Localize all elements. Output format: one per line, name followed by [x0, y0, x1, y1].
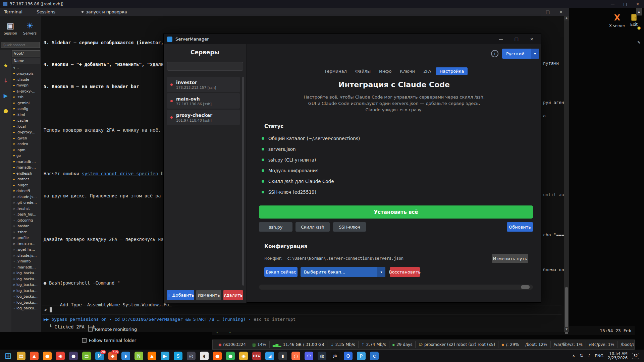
tree-item[interactable]: mariadb-… — [12, 159, 41, 165]
tree-item[interactable]: endlessh — [12, 170, 41, 176]
tab[interactable]: 2FA — [420, 67, 435, 75]
tree-item[interactable]: .ssh — [12, 94, 41, 100]
tree-item[interactable]: .local — [12, 123, 41, 129]
tree-item[interactable]: .cache — [12, 118, 41, 124]
skype[interactable]: S — [173, 351, 183, 361]
tree-item[interactable]: .claude — [12, 76, 41, 82]
vlc[interactable]: ▲ — [147, 351, 157, 361]
green-app[interactable]: ● — [225, 351, 236, 361]
github-desktop[interactable]: ◖ — [199, 351, 210, 361]
tree-item[interactable]: .git-crede… — [12, 200, 41, 206]
obs[interactable]: ◎ — [186, 351, 197, 361]
tree-item[interactable]: .npm — [12, 147, 41, 153]
terminal-app[interactable]: ▮ — [277, 351, 288, 361]
tree-item[interactable]: .qwen — [12, 135, 41, 141]
brave[interactable]: ▲ — [29, 351, 40, 361]
language-select[interactable]: Русский ▾ — [502, 49, 539, 59]
language-indicator[interactable]: ENG — [595, 354, 603, 358]
restore-button[interactable]: Восстановить — [390, 267, 420, 277]
tree-item[interactable]: .mariadb… — [12, 264, 41, 270]
tab-close-icon[interactable]: × — [559, 9, 563, 14]
discord[interactable]: ◠ — [304, 351, 314, 361]
telegram[interactable]: ▶ — [160, 351, 170, 361]
tab-minimize-icon[interactable]: ─ — [534, 9, 536, 14]
server-list-item[interactable]: main-ovh 37.187.136.86 [ssh] — [167, 93, 240, 109]
postman[interactable]: ○ — [290, 351, 301, 361]
tree-item[interactable]: mariadb-… — [12, 165, 41, 171]
tree-item[interactable]: dotnet9 — [12, 188, 41, 194]
minimize-icon[interactable]: — — [499, 37, 503, 42]
info-icon[interactable]: i — [491, 50, 498, 57]
server-manager-titlebar[interactable]: ServerManager — □ × — [164, 34, 541, 44]
tree-item[interactable]: .gemini — [12, 100, 41, 106]
tree-item[interactable]: proxyapis — [12, 71, 41, 77]
tab[interactable]: Терминал — [321, 67, 351, 75]
ssh-key-button[interactable]: SSH-ключ — [333, 222, 366, 232]
tree-item[interactable]: .bashrc — [12, 223, 41, 229]
tab[interactable]: Файлы — [352, 67, 374, 75]
server-list-item[interactable]: proxy-checker 161.97.118.40 [ssh] — [167, 110, 240, 125]
tree-item[interactable]: log_backu… — [12, 270, 41, 276]
server-search-input[interactable] — [167, 62, 243, 71]
tree-item[interactable]: .config — [12, 106, 41, 112]
notification-count[interactable]: 32 — [632, 353, 639, 359]
servers-button[interactable]: ☀ Servers — [21, 16, 39, 40]
firefox-dev[interactable]: ● — [212, 351, 223, 361]
macro-ball-icon[interactable]: ● — [3, 108, 8, 114]
maximize-icon[interactable]: □ — [515, 37, 519, 42]
menu-sessions[interactable]: Sessions — [37, 9, 55, 14]
tab[interactable]: Настройка — [436, 67, 468, 75]
install-all-button[interactable]: Установить всё — [259, 205, 533, 219]
refresh-button[interactable]: Обновить — [507, 222, 533, 232]
menu-terminal[interactable]: Terminal — [4, 9, 22, 14]
htg-app[interactable]: HTG — [251, 351, 262, 361]
tree-item[interactable]: .nuget — [12, 182, 41, 188]
close-icon[interactable]: × — [636, 2, 639, 6]
tree-item[interactable]: log_backu… — [12, 282, 41, 288]
scroll-up-icon[interactable]: ▲ — [564, 16, 569, 20]
tree-item[interactable]: log_backu… — [12, 288, 41, 294]
vscode[interactable]: ◢ — [264, 351, 275, 361]
backup-select[interactable]: Выберите бэкап... ▾ — [301, 267, 385, 277]
tree-item[interactable]: ai-proxy-… — [12, 88, 41, 94]
tree-item[interactable]: .claude.js… — [12, 194, 41, 200]
jetbrains[interactable]: JB — [330, 351, 340, 361]
qbittorrent[interactable]: ◗ — [120, 351, 131, 361]
sshpy-button[interactable]: ssh.py — [259, 222, 292, 232]
network-icon[interactable]: ⇅ — [580, 353, 583, 358]
tree-item[interactable]: .tmux.co… — [12, 241, 41, 247]
tree-item[interactable]: .. — [12, 65, 41, 71]
tree-item[interactable]: log_backu… — [12, 299, 41, 305]
tree-item[interactable]: .wget-hs… — [12, 247, 41, 253]
horizontal-scrollbar[interactable] — [259, 285, 533, 290]
steam[interactable]: ◍ — [317, 351, 327, 361]
notepad-plus-plus[interactable]: N — [133, 351, 144, 361]
chrome[interactable]: ◉ — [55, 351, 66, 361]
tree-item[interactable]: .gitconfig — [12, 217, 41, 223]
tree-item[interactable]: .di-proxy… — [12, 129, 41, 135]
firefox[interactable]: ● — [42, 351, 53, 361]
remote-monitoring-checkbox[interactable]: Remote monitoring — [88, 327, 137, 332]
mobaxterm[interactable]: M 20 — [94, 351, 105, 361]
tree-item[interactable]: .claude.js… — [12, 252, 41, 258]
paint-net[interactable]: P — [356, 351, 367, 361]
close-icon[interactable]: × — [530, 37, 534, 42]
tree-item[interactable]: .viminfo — [12, 258, 41, 264]
quick-access[interactable]: Q — [343, 351, 354, 361]
tor-browser[interactable]: ● — [68, 351, 79, 361]
tree-item[interactable]: log_backu… — [12, 294, 41, 300]
scrollbar-thumb[interactable] — [521, 285, 530, 289]
tree-item[interactable]: .bash_his… — [12, 212, 41, 218]
tree-item[interactable]: .profile — [12, 235, 41, 241]
tree-item[interactable]: log_backu… — [12, 276, 41, 282]
tree-item[interactable]: .codex — [12, 141, 41, 147]
maximize-icon[interactable]: □ — [624, 2, 627, 6]
edit-pencil-icon[interactable]: ✎ — [637, 40, 641, 45]
tab[interactable]: Инфо — [375, 67, 395, 75]
add-server-button[interactable]: + Добавить — [167, 290, 194, 300]
backup-now-button[interactable]: Бэкап сейчас — [264, 267, 298, 277]
tab[interactable]: Ключи — [396, 67, 419, 75]
server-list-item[interactable]: investor 173.212.212.157 [ssh] — [167, 77, 240, 92]
start-button[interactable]: ⊞ — [3, 351, 13, 361]
terminal-prompt-box[interactable]: > — [42, 305, 561, 314]
